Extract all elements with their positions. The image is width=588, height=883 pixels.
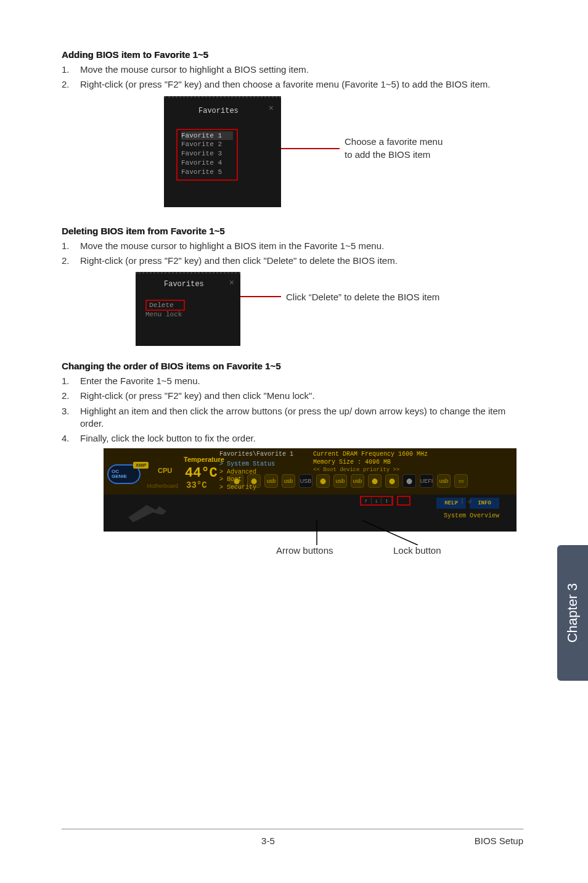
arrow-up-icon[interactable]: ↑ <box>361 497 372 504</box>
close-icon[interactable]: × <box>269 103 274 113</box>
section-heading-order: Changing the order of BIOS items on Favo… <box>62 361 523 371</box>
boot-priority-label: << Boot device priority >> <box>313 467 399 473</box>
temperature-label: Temperature <box>184 456 224 463</box>
favorites-popup: × Favorites Favorite 1 Favorite 2 Favori… <box>164 96 281 207</box>
figure-favorites-add: × Favorites Favorite 1 Favorite 2 Favori… <box>62 96 523 207</box>
list-text: Right-click (or press "F2" key) and then… <box>80 78 523 91</box>
arrow-icon[interactable]: ↕ <box>382 497 392 504</box>
menu-list: > System Status > Advanced > Boot > Secu… <box>219 461 275 491</box>
chapter-label: Chapter 3 <box>565 583 581 643</box>
menu-item[interactable]: > Boot <box>219 476 275 484</box>
hammer-icon <box>122 499 184 524</box>
usb-icon[interactable]: usb <box>333 474 347 488</box>
list-item: 2.Right-click (or press "F2" key) and th… <box>62 255 523 267</box>
favorite-option[interactable]: Favorite 1 <box>181 131 233 141</box>
info-button[interactable]: INFO <box>470 498 499 509</box>
undo-controls[interactable]: ⇤ ⇥ | ↺ <box>446 498 472 505</box>
list-text: Right-click (or press "F2" key) and then… <box>80 390 523 402</box>
motherboard-label: Motherboard <box>147 483 178 489</box>
breadcrumb: Favorites\Favorite 1 <box>219 451 293 458</box>
arrow-buttons-highlight: ↑ ↓ ↕ <box>360 496 393 506</box>
section-heading-delete: Deleting BIOS item from Favorite 1~5 <box>62 226 523 236</box>
page-footer: 3-5 BIOS Setup <box>62 829 523 846</box>
favorites-popup: × Favorites Delete Menu lock <box>136 272 240 346</box>
footer-title: BIOS Setup <box>475 836 523 846</box>
usb-icon[interactable]: usb <box>351 474 364 488</box>
mb-temp-value: 33°C <box>186 480 207 490</box>
dram-frequency: Current DRAM Frequency 1600 MHz <box>313 451 428 458</box>
device-icon[interactable]: ⬤ <box>402 474 416 488</box>
list-text: Right-click (or press "F2" key) and then… <box>80 255 523 267</box>
arrow-buttons-label: Arrow buttons <box>276 545 333 556</box>
callout-line <box>362 520 424 545</box>
usb-icon[interactable]: USB <box>299 474 312 488</box>
usb-icon[interactable]: usb <box>282 474 295 488</box>
favorite-options: Favorite 1 Favorite 2 Favorite 3 Favorit… <box>176 129 238 181</box>
uefi-icon[interactable]: UEFI <box>420 474 433 488</box>
page-number: 3-5 <box>261 836 275 846</box>
list-item: 1.Move the mouse cursor to highlight a B… <box>62 240 523 252</box>
device-icon[interactable]: ▭ <box>454 474 468 488</box>
callout-text: Click “Delete” to delete the BIOS item <box>286 292 439 302</box>
device-icon[interactable]: ⬤ <box>316 474 330 488</box>
system-overview-label: System Overview <box>444 512 499 519</box>
list-text: Finally, click the lock button to fix th… <box>80 432 523 445</box>
callout-line <box>240 296 281 297</box>
favorite-option[interactable]: Favorite 5 <box>181 168 233 177</box>
menulock-option[interactable]: Menu lock <box>145 311 240 318</box>
callout-line <box>281 148 340 149</box>
xmp-badge[interactable]: XMP <box>133 462 149 469</box>
memory-size: Memory Size : 4096 MB <box>313 459 391 466</box>
lock-button-highlight <box>397 496 410 506</box>
section-heading-add: Adding BIOS item to Favorite 1~5 <box>62 49 523 60</box>
list-text: Enter the Favorite 1~5 menu. <box>80 375 523 387</box>
svg-line-2 <box>362 520 418 545</box>
list-item: 4.Finally, click the lock button to fix … <box>62 432 523 445</box>
menu-item[interactable]: > Security <box>219 484 275 492</box>
device-icon[interactable]: ⬤ <box>385 474 399 488</box>
popup-title: Favorites <box>136 274 240 289</box>
favorite-option[interactable]: Favorite 3 <box>181 149 233 158</box>
menu-item[interactable]: > System Status <box>219 461 275 469</box>
cpu-label: CPU <box>158 467 172 474</box>
usb-icon[interactable]: usb <box>437 474 451 488</box>
popup-title: Favorites <box>164 98 281 115</box>
callout-text: Choose a favorite menu to add the BIOS i… <box>345 136 443 161</box>
favorite-option[interactable]: Favorite 4 <box>181 158 233 168</box>
callout-line2: to add the BIOS item <box>345 149 443 161</box>
list-item: 3.Highlight an item and then click the a… <box>62 405 523 430</box>
lock-button-label: Lock button <box>393 545 441 556</box>
callout-line1: Choose a favorite menu <box>345 136 443 148</box>
figure-favorites-delete: × Favorites Delete Menu lock Click “Dele… <box>62 272 523 346</box>
delete-option[interactable]: Delete <box>145 300 185 311</box>
device-icon[interactable]: ⬤ <box>368 474 382 488</box>
menu-item[interactable]: > Advanced <box>219 469 275 477</box>
list-item: 2.Right-click (or press "F2" key) and th… <box>62 78 523 91</box>
close-icon[interactable]: × <box>229 277 234 287</box>
list-text: Move the mouse cursor to highlight a BIO… <box>80 64 523 76</box>
list-item: 2.Right-click (or press "F2" key) and th… <box>62 390 523 402</box>
list-text: Move the mouse cursor to highlight a BIO… <box>80 240 523 252</box>
figure-bios-screen: OCGENIE XMP CPU Temperature 44°C Motherb… <box>104 448 517 548</box>
list-text: Highlight an item and then click the arr… <box>80 405 523 430</box>
cpu-temp-value: 44°C <box>185 466 218 481</box>
svg-marker-0 <box>128 505 166 522</box>
favorite-option[interactable]: Favorite 2 <box>181 140 233 149</box>
arrow-down-icon[interactable]: ↓ <box>372 497 382 504</box>
chapter-tab: Chapter 3 <box>557 545 588 681</box>
list-item: 1.Move the mouse cursor to highlight a B… <box>62 64 523 76</box>
list-item: 1.Enter the Favorite 1~5 menu. <box>62 375 523 387</box>
callout-line <box>304 520 329 545</box>
